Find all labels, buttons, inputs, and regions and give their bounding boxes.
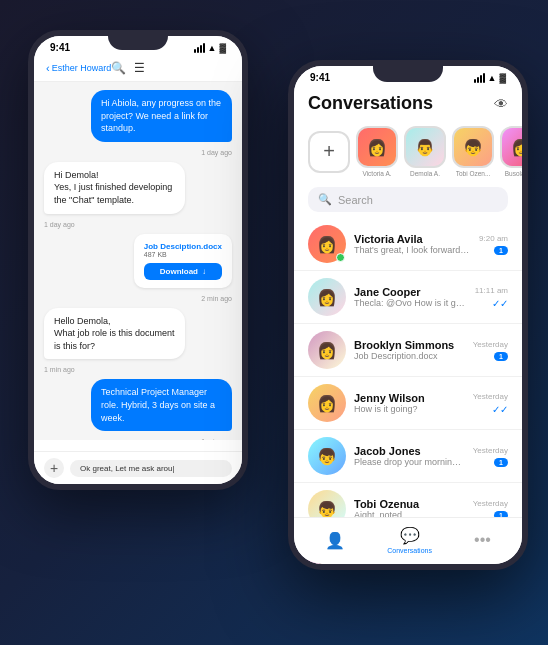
conv-name-jane: Jane Cooper [354, 286, 467, 298]
back-button[interactable]: ‹ Esther Howard [46, 62, 111, 74]
avatar-jane: 👩 [308, 278, 346, 316]
conv-meta-jacob: Yesterday 1 [473, 446, 508, 467]
contacts-icon: 👤 [325, 531, 345, 550]
conv-time-victoria: 9:20 am [479, 234, 508, 243]
nav-item-conversations[interactable]: 💬 Conversations [387, 526, 432, 554]
time-2: 9:41 [310, 72, 330, 83]
bottom-nav: 👤 💬 Conversations ••• [294, 517, 522, 564]
chat-header-icons: 🔍 ☰ [111, 61, 145, 75]
conv-name-jenny: Jenny Wilson [354, 392, 465, 404]
conv-preview-victoria: That's great, I look forward to hearing … [354, 245, 471, 255]
search-icon[interactable]: 🔍 [111, 61, 126, 75]
story-item-victoria[interactable]: 👩 Victoria A. [356, 126, 398, 177]
conv-badge-victoria: 1 [494, 246, 508, 255]
conv-preview-jenny: How is it going? [354, 404, 465, 414]
story-avatar-busola: 👩 [500, 126, 522, 168]
message-text: Hi Demola!Yes, I just finished developin… [54, 170, 172, 205]
conversations-icon: 💬 [400, 526, 420, 545]
story-row: + 👩 Victoria A. 👨 Demola A. 👦 Tobi Ozen.… [294, 122, 522, 183]
conv-name-jacob: Jacob Jones [354, 445, 465, 457]
attachment-button[interactable]: + [44, 458, 64, 478]
story-item-busola[interactable]: 👩 Busola Aj... [500, 126, 522, 177]
conv-time-jane: 11:11 am [475, 286, 508, 295]
time-1: 9:41 [50, 42, 70, 53]
phone2-conversations: 9:41 ▲ ▓ Conversations 👁 + 👩 Victoria A.… [288, 60, 528, 570]
message-text: Hello Demola,What job role is this docum… [54, 316, 175, 351]
status-icons-2: ▲ ▓ [474, 73, 506, 83]
search-input[interactable]: Search [338, 194, 373, 206]
message-bubble-recv-1: Hi Demola!Yes, I just finished developin… [44, 162, 185, 214]
conv-name-tobi: Tobi Ozenua [354, 498, 465, 510]
story-avatar-victoria: 👩 [356, 126, 398, 168]
story-label-demola: Demola A. [410, 170, 440, 177]
download-label: Download [160, 267, 198, 276]
chat-body: Hi Abiola, any progress on the project? … [34, 82, 242, 440]
conv-item-jacob[interactable]: 👦 Jacob Jones Please drop your morning u… [294, 430, 522, 483]
conv-item-victoria[interactable]: 👩 Victoria Avila That's great, I look fo… [294, 218, 522, 271]
conv-time-jacob: Yesterday [473, 446, 508, 455]
conv-preview-busola: Aight, noted [354, 563, 465, 570]
conv-check-jenny: ✓✓ [492, 404, 508, 415]
msg-time-4: 1 min ago [44, 366, 232, 373]
nav-item-more[interactable]: ••• [474, 531, 491, 549]
nav-label-conversations: Conversations [387, 547, 432, 554]
story-item-tobi[interactable]: 👦 Tobi Ozen... [452, 126, 494, 177]
conv-badge-brooklyn: 1 [494, 352, 508, 361]
chat-input[interactable]: Ok great, Let me ask arou| [70, 460, 232, 477]
conv-meta-brooklyn: Yesterday 1 [473, 340, 508, 361]
chat-input-bar: + Ok great, Let me ask arou| [34, 451, 242, 484]
story-avatar-demola: 👨 [404, 126, 446, 168]
phone1-chat: 9:41 ▲ ▓ ‹ Esther Howard 🔍 ☰ Hi Abiola, … [28, 30, 248, 490]
signal-icon [194, 43, 205, 53]
online-indicator [336, 253, 345, 262]
conv-meta-victoria: 9:20 am 1 [479, 234, 508, 255]
file-name: Job Desciption.docx [144, 242, 222, 251]
msg-time-5: 1 min ago [44, 438, 232, 440]
menu-icon[interactable]: ☰ [134, 61, 145, 75]
nav-item-contacts[interactable]: 👤 [325, 531, 345, 550]
msg-time-1: 1 day ago [44, 149, 232, 156]
chat-header: ‹ Esther Howard 🔍 ☰ [34, 55, 242, 82]
conv-name-victoria: Victoria Avila [354, 233, 471, 245]
download-icon: ↓ [202, 267, 206, 276]
conv-meta-jane: 11:11 am ✓✓ [475, 286, 508, 309]
avatar-jacob: 👦 [308, 437, 346, 475]
conv-info-jenny: Jenny Wilson How is it going? [354, 392, 465, 414]
search-bar[interactable]: 🔍 Search [308, 187, 508, 212]
conv-badge-busola: 1 [494, 564, 508, 571]
conv-check-jane: ✓✓ [492, 298, 508, 309]
battery-icon-2: ▓ [499, 73, 506, 83]
notch1 [108, 36, 168, 50]
conv-item-jenny[interactable]: 👩 Jenny Wilson How is it going? Yesterda… [294, 377, 522, 430]
message-bubble-sent-1: Hi Abiola, any progress on the project? … [91, 90, 232, 142]
conv-time-tobi: Yesterday [473, 499, 508, 508]
story-avatar-tobi: 👦 [452, 126, 494, 168]
battery-icon: ▓ [219, 43, 226, 53]
conv-meta-jenny: Yesterday ✓✓ [473, 392, 508, 415]
conv-header-row: Conversations 👁 [308, 93, 508, 114]
conv-info-victoria: Victoria Avila That's great, I look forw… [354, 233, 471, 255]
wifi-icon-2: ▲ [488, 73, 497, 83]
conv-name-brooklyn: Brooklyn Simmons [354, 339, 465, 351]
message-bubble-sent-2: Technical Project Manager role. Hybrid, … [91, 379, 232, 431]
conv-badge-jacob: 1 [494, 458, 508, 467]
conv-item-jane[interactable]: 👩 Jane Cooper Thecla: @Ovo How is it goi… [294, 271, 522, 324]
conv-time-brooklyn: Yesterday [473, 340, 508, 349]
add-story-button[interactable]: + [308, 131, 350, 173]
signal-icon-2 [474, 73, 485, 83]
avatar-victoria: 👩 [308, 225, 346, 263]
compose-icon[interactable]: 👁 [494, 96, 508, 112]
conv-item-brooklyn[interactable]: 👩 Brooklyn Simmons Job Description.docx … [294, 324, 522, 377]
conv-preview-jacob: Please drop your morning update. [354, 457, 465, 467]
conv-header: Conversations 👁 [294, 85, 522, 122]
conv-info-brooklyn: Brooklyn Simmons Job Description.docx [354, 339, 465, 361]
page-title: Conversations [308, 93, 433, 114]
msg-time-3: 2 min ago [44, 295, 232, 302]
conv-time-jenny: Yesterday [473, 392, 508, 401]
avatar-brooklyn: 👩 [308, 331, 346, 369]
story-item-demola[interactable]: 👨 Demola A. [404, 126, 446, 177]
file-card: Job Desciption.docx 487 KB Download ↓ [134, 234, 232, 288]
story-label-victoria: Victoria A. [362, 170, 391, 177]
download-button[interactable]: Download ↓ [144, 263, 222, 280]
more-icon: ••• [474, 531, 491, 549]
